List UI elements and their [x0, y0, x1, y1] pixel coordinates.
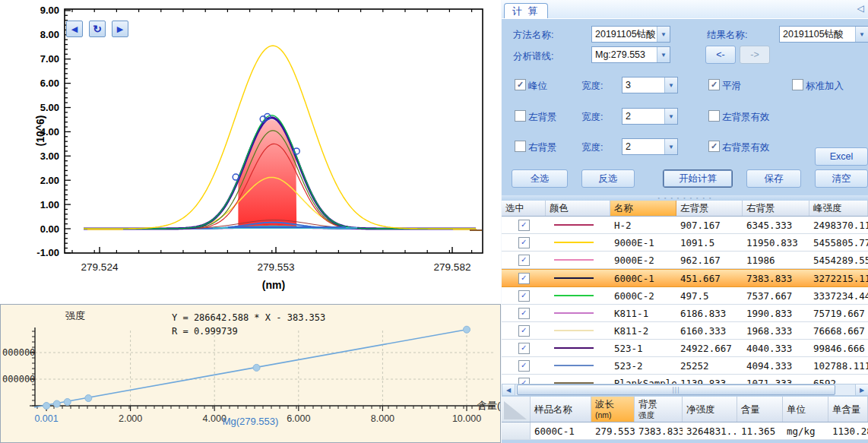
result-row[interactable]: 6000C-1279.5537383.8333264831...11.365mg… [502, 422, 868, 440]
table-row[interactable]: 523-2252524094.333102788.111 [502, 357, 868, 375]
svg-text:000000: 000000 [2, 347, 35, 358]
prev-spectrum-button[interactable]: ◀ [66, 21, 83, 37]
column-header-3[interactable]: 左背景 [676, 201, 743, 216]
collapse-panel-icon[interactable]: ◁ [857, 3, 864, 14]
right-bg-width-value: 2 [622, 141, 664, 152]
result-name-combobox[interactable]: 20191105钴酸 ▼ [779, 26, 868, 43]
left-background-valid-checkbox[interactable] [708, 110, 720, 122]
row-checkbox[interactable] [518, 308, 530, 319]
cell-peak-intensity: 76668.667 [809, 325, 868, 337]
row-checkbox[interactable] [518, 343, 530, 354]
result-column-header-6[interactable]: 单含量 [828, 397, 868, 422]
series-color-line [554, 312, 594, 314]
smooth-checkbox[interactable] [708, 79, 720, 90]
peak-marker [233, 174, 239, 180]
refresh-button[interactable]: ↻ [89, 21, 106, 37]
cell-left-bg: 497.5 [676, 290, 743, 302]
column-header-2[interactable]: 名称 [610, 201, 676, 216]
cell-right-bg: 11986 [743, 255, 809, 266]
right-background-valid-checkbox[interactable] [708, 141, 720, 152]
left-background-width-combobox[interactable]: 2 ▼ [622, 108, 678, 125]
svg-text:000000: 000000 [2, 374, 35, 384]
table-row[interactable]: 523-124922.6674040.33399846.666 [502, 340, 868, 357]
result-table-header: 样品名称波长(nm)背景强度净强度含量单位单含量 [502, 397, 868, 422]
result-column-header-5[interactable]: 单位 [783, 397, 828, 422]
horizontal-scrollbar[interactable]: ◀ ||| ▶ [502, 384, 868, 396]
chevron-down-icon[interactable]: ▼ [664, 109, 677, 124]
chevron-down-icon[interactable]: ▼ [664, 78, 677, 93]
chevron-down-icon[interactable]: ▼ [657, 27, 670, 42]
result-cell-0: 6000C-1 [531, 426, 591, 437]
row-checkbox[interactable] [518, 237, 530, 248]
analysis-line-combobox[interactable]: Mg:279.553 ▼ [591, 46, 670, 63]
method-name-combobox[interactable]: 20191105钴酸 ▼ [591, 26, 670, 43]
chevron-down-icon[interactable]: ▼ [657, 47, 670, 62]
result-column-header-0[interactable]: 样品名称 [531, 397, 591, 422]
column-header-1[interactable]: 颜色 [546, 201, 610, 216]
start-calculation-button[interactable]: 开始计算 [663, 169, 733, 188]
table-row[interactable]: 6000C-1451.6677383.8333272215.111 [502, 269, 868, 287]
table-row[interactable]: 9000E-2962.167119865454289.556 [502, 252, 868, 269]
right-background-checkbox[interactable] [515, 141, 526, 152]
table-row[interactable]: K811-16186.8331990.83375719.667 [502, 305, 868, 322]
calc-panel: 计 算 ◁ 方法名称: 20191105钴酸 ▼ 结果名称: 20191105钴… [501, 0, 868, 443]
row-checkbox[interactable] [518, 273, 530, 284]
result-column-header-3[interactable]: 净强度 [683, 397, 737, 422]
left-bg-width-value: 2 [622, 111, 664, 122]
cell-color [546, 224, 610, 226]
clear-button[interactable]: 清空 [815, 169, 868, 188]
next-spectrum-button[interactable]: ▶ [112, 21, 128, 37]
cell-checkbox [502, 273, 546, 284]
column-header-5[interactable]: 峰强度 [809, 201, 868, 216]
row-checkbox[interactable] [518, 290, 530, 302]
result-column-header-2[interactable]: 背景强度 [635, 397, 683, 422]
result-column-header-4[interactable]: 含量 [737, 397, 783, 422]
splitter-handle[interactable]: ◦ ◦ ◦ ◦ ◦ ◦ ◦ ◦ ◦ [502, 195, 868, 201]
select-all-corner[interactable] [502, 397, 531, 422]
tab-calculate[interactable]: 计 算 [504, 3, 548, 18]
select-all-button[interactable]: 全选 [512, 169, 568, 188]
cell-name: 6000C-2 [610, 290, 676, 302]
calibration-panel: 0000000000000.0012.0004.0006.0008.00010.… [0, 304, 501, 443]
column-header-0[interactable]: 选中 [502, 201, 546, 216]
save-button[interactable]: 保存 [746, 169, 801, 188]
svg-text:1.00: 1.00 [40, 199, 59, 210]
result-cell-6: 1130.283 [828, 426, 868, 437]
table-row[interactable]: 9000E-11091.511950.8335455805.778 [502, 234, 868, 252]
peak-width-combobox[interactable]: 3 ▼ [622, 77, 678, 93]
scrollbar-thumb[interactable]: ||| [517, 384, 835, 395]
invert-selection-button[interactable]: 反选 [581, 169, 635, 188]
right-background-width-combobox[interactable]: 2 ▼ [622, 138, 678, 155]
row-checkbox[interactable] [518, 255, 530, 266]
table-row[interactable]: 6000C-2497.57537.6673337234.444 [502, 287, 868, 305]
row-checkbox[interactable] [518, 220, 530, 231]
excel-button[interactable]: Excel [815, 147, 868, 166]
scroll-right-icon[interactable]: ▶ [855, 384, 868, 395]
column-header-4[interactable]: 右背景 [743, 201, 809, 216]
cell-left-bg: 907.167 [676, 220, 743, 231]
calibration-series-label: Mg(279.553) [1, 416, 500, 427]
result-cell-4: 11.365 [737, 426, 783, 437]
svg-text:279.553: 279.553 [258, 261, 295, 273]
chevron-down-icon[interactable]: ▼ [664, 139, 677, 154]
cell-color [546, 312, 610, 314]
standard-addition-checkbox[interactable] [792, 79, 803, 90]
result-column-header-1[interactable]: 波长(nm) [591, 397, 635, 422]
cell-name: K811-2 [610, 325, 676, 337]
table-row[interactable]: K811-26160.3331968.33376668.667 [502, 322, 868, 340]
table-row[interactable]: H-2907.1676345.3332498370.111 [502, 217, 868, 234]
left-background-checkbox[interactable] [515, 110, 526, 122]
cell-peak-intensity: 3272215.111 [809, 273, 868, 284]
calibration-point [85, 395, 92, 402]
next-result-button[interactable]: -> [740, 46, 770, 64]
row-checkbox[interactable] [518, 360, 530, 372]
cell-name: 6000C-1 [610, 273, 676, 284]
row-checkbox[interactable] [518, 325, 530, 337]
cell-right-bg: 11950.833 [743, 237, 809, 248]
cell-peak-intensity: 75719.667 [809, 308, 868, 319]
cell-checkbox [502, 343, 546, 354]
peak-position-checkbox[interactable] [515, 79, 526, 90]
prev-result-button[interactable]: <- [705, 46, 736, 64]
scroll-left-icon[interactable]: ◀ [502, 384, 515, 395]
chevron-down-icon[interactable]: ▼ [855, 27, 868, 42]
